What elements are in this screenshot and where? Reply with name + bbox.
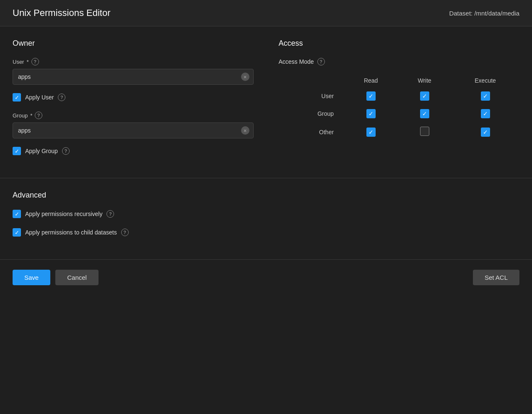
apply-child-datasets-checkbox[interactable]: ✓ (13, 228, 21, 237)
owner-section: Owner User * ? × ✓ Apply User ? Group * … (13, 39, 270, 165)
access-table: Read Write Execute User✓✓✓Group✓✓✓Other✓… (279, 74, 520, 141)
access-group-write-cell: ✓ (398, 105, 451, 122)
apply-user-label: Apply User (25, 94, 54, 101)
cancel-button[interactable]: Cancel (55, 270, 99, 285)
access-user-execute-checkbox[interactable]: ✓ (481, 91, 490, 101)
apply-recursively-checkbox[interactable]: ✓ (13, 210, 21, 218)
group-field-label: Group * ? (13, 112, 254, 119)
access-title: Access (279, 39, 520, 48)
user-required-star: * (26, 59, 29, 65)
user-input[interactable] (13, 69, 254, 85)
access-user-execute-cell: ✓ (451, 87, 519, 105)
access-user-read-cell: ✓ (344, 87, 398, 105)
access-col-empty (279, 74, 344, 87)
access-group-execute-cell: ✓ (451, 105, 519, 122)
user-label-text: User (13, 59, 24, 65)
apply-recursively-help-icon[interactable]: ? (106, 210, 114, 218)
page-title: Unix Permissions Editor (13, 8, 111, 18)
user-field-label: User * ? (13, 58, 254, 65)
owner-title: Owner (13, 39, 254, 48)
set-acl-button[interactable]: Set ACL (473, 270, 519, 285)
access-col-execute: Execute (451, 74, 519, 87)
access-group-write-checkbox[interactable]: ✓ (420, 109, 429, 118)
user-input-wrapper: × (13, 69, 254, 85)
dataset-info: Dataset: /mnt/data/media (449, 10, 519, 17)
access-user-read-checkbox[interactable]: ✓ (366, 91, 376, 101)
user-help-icon[interactable]: ? (31, 58, 39, 65)
group-label-text: Group (13, 112, 28, 119)
apply-group-row: ✓ Apply Group ? (13, 147, 254, 155)
dataset-path: /mnt/data/media (474, 10, 519, 17)
apply-child-datasets-label: Apply permissions to child datasets (25, 229, 117, 236)
advanced-section: Advanced ✓ Apply permissions recursively… (0, 178, 532, 260)
group-clear-button[interactable]: × (241, 126, 249, 135)
access-other-read-cell: ✓ (344, 122, 398, 141)
dataset-label: Dataset: (449, 10, 472, 17)
access-other-write-checkbox[interactable] (420, 127, 429, 136)
apply-recursively-checkmark: ✓ (15, 211, 19, 217)
footer: Save Cancel Set ACL (0, 260, 532, 295)
access-table-row: Other✓✓ (279, 122, 520, 141)
access-row-label-group: Group (279, 105, 344, 122)
access-other-execute-cell: ✓ (451, 122, 519, 141)
access-col-read: Read (344, 74, 398, 87)
access-group-read-cell: ✓ (344, 105, 398, 122)
apply-user-help-icon[interactable]: ? (58, 94, 65, 101)
advanced-title: Advanced (13, 191, 519, 200)
access-other-write-cell (398, 122, 451, 141)
access-row-label-other: Other (279, 122, 344, 141)
apply-recursively-label: Apply permissions recursively (25, 211, 102, 217)
access-user-write-checkbox[interactable]: ✓ (420, 91, 429, 101)
group-required-star: * (30, 112, 32, 119)
access-mode-header: Access Mode ? (279, 58, 520, 65)
access-table-row: User✓✓✓ (279, 87, 520, 105)
user-clear-button[interactable]: × (241, 73, 249, 81)
apply-user-checkbox[interactable]: ✓ (13, 93, 21, 102)
access-mode-help-icon[interactable]: ? (317, 58, 325, 65)
access-other-read-checkbox[interactable]: ✓ (366, 128, 376, 137)
group-help-icon[interactable]: ? (35, 112, 42, 119)
access-table-row: Group✓✓✓ (279, 105, 520, 122)
apply-user-checkmark: ✓ (15, 95, 19, 100)
access-mode-label: Access Mode (279, 58, 314, 65)
access-section: Access Access Mode ? Read Write Execute … (270, 39, 520, 165)
access-other-execute-checkbox[interactable]: ✓ (481, 128, 490, 137)
apply-user-row: ✓ Apply User ? (13, 93, 254, 102)
apply-group-checkmark: ✓ (15, 148, 19, 154)
access-group-execute-checkbox[interactable]: ✓ (481, 109, 490, 118)
apply-group-checkbox[interactable]: ✓ (13, 147, 21, 155)
apply-group-label: Apply Group (25, 148, 58, 154)
group-input-wrapper: × (13, 122, 254, 138)
group-field: Group * ? × (13, 112, 254, 138)
apply-recursively-row: ✓ Apply permissions recursively ? (13, 210, 519, 218)
access-group-read-checkbox[interactable]: ✓ (366, 109, 376, 118)
access-table-header-row: Read Write Execute (279, 74, 520, 87)
apply-child-datasets-help-icon[interactable]: ? (121, 229, 129, 236)
access-user-write-cell: ✓ (398, 87, 451, 105)
apply-child-datasets-checkmark: ✓ (15, 230, 19, 235)
save-button[interactable]: Save (13, 270, 50, 285)
access-row-label-user: User (279, 87, 344, 105)
header: Unix Permissions Editor Dataset: /mnt/da… (0, 0, 532, 26)
main-content: Owner User * ? × ✓ Apply User ? Group * … (0, 26, 532, 178)
access-col-write: Write (398, 74, 451, 87)
apply-group-help-icon[interactable]: ? (62, 147, 70, 155)
apply-child-datasets-row: ✓ Apply permissions to child datasets ? (13, 228, 519, 237)
group-input[interactable] (13, 122, 254, 138)
